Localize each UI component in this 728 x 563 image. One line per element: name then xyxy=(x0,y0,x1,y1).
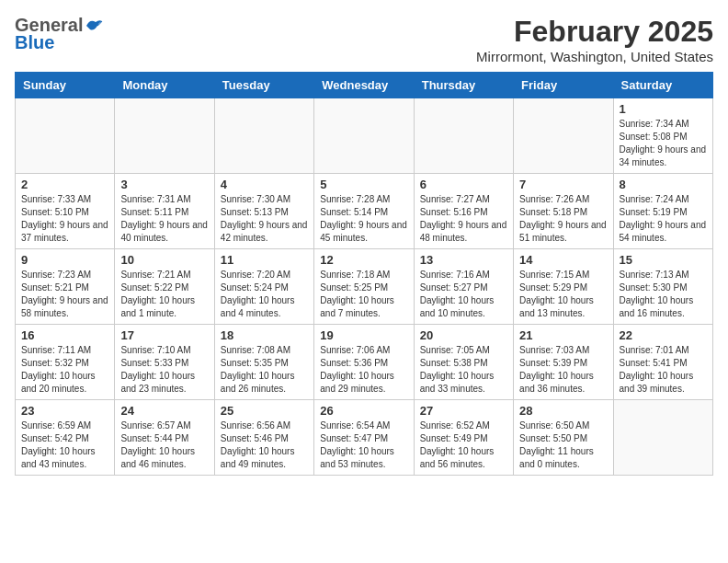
day-info: Sunrise: 7:06 AM Sunset: 5:36 PM Dayligh… xyxy=(320,344,407,396)
table-row: 11Sunrise: 7:20 AM Sunset: 5:24 PM Dayli… xyxy=(214,249,313,325)
table-row: 25Sunrise: 6:56 AM Sunset: 5:46 PM Dayli… xyxy=(214,400,313,476)
table-row: 19Sunrise: 7:06 AM Sunset: 5:36 PM Dayli… xyxy=(314,325,414,400)
table-row: 9Sunrise: 7:23 AM Sunset: 5:21 PM Daylig… xyxy=(16,249,115,325)
day-info: Sunrise: 7:31 AM Sunset: 5:11 PM Dayligh… xyxy=(120,193,208,245)
day-info: Sunrise: 6:52 AM Sunset: 5:49 PM Dayligh… xyxy=(420,419,507,471)
calendar-week-row: 2Sunrise: 7:33 AM Sunset: 5:10 PM Daylig… xyxy=(16,174,713,249)
table-row: 16Sunrise: 7:11 AM Sunset: 5:32 PM Dayli… xyxy=(16,325,115,400)
col-sunday: Sunday xyxy=(16,73,115,98)
calendar-month-year: February 2025 xyxy=(476,15,713,49)
table-row: 13Sunrise: 7:16 AM Sunset: 5:27 PM Dayli… xyxy=(414,249,513,325)
day-info: Sunrise: 7:20 AM Sunset: 5:24 PM Dayligh… xyxy=(221,269,308,320)
calendar-header-row: Sunday Monday Tuesday Wednesday Thursday… xyxy=(16,73,713,98)
table-row xyxy=(16,98,115,174)
table-row: 18Sunrise: 7:08 AM Sunset: 5:35 PM Dayli… xyxy=(214,325,313,400)
table-row: 2Sunrise: 7:33 AM Sunset: 5:10 PM Daylig… xyxy=(16,174,115,249)
day-number: 4 xyxy=(221,178,308,191)
table-row: 21Sunrise: 7:03 AM Sunset: 5:39 PM Dayli… xyxy=(514,325,613,400)
day-info: Sunrise: 7:33 AM Sunset: 5:10 PM Dayligh… xyxy=(21,193,108,245)
table-row: 23Sunrise: 6:59 AM Sunset: 5:42 PM Dayli… xyxy=(16,400,115,476)
day-number: 10 xyxy=(120,253,208,267)
col-thursday: Thursday xyxy=(414,73,513,98)
table-row xyxy=(214,98,313,174)
calendar-week-row: 23Sunrise: 6:59 AM Sunset: 5:42 PM Dayli… xyxy=(16,400,713,476)
table-row: 8Sunrise: 7:24 AM Sunset: 5:19 PM Daylig… xyxy=(613,174,712,249)
table-row: 26Sunrise: 6:54 AM Sunset: 5:47 PM Dayli… xyxy=(314,400,414,476)
day-info: Sunrise: 7:16 AM Sunset: 5:27 PM Dayligh… xyxy=(420,269,507,320)
day-info: Sunrise: 7:23 AM Sunset: 5:21 PM Dayligh… xyxy=(21,269,108,320)
day-number: 24 xyxy=(120,404,208,418)
calendar-week-row: 1Sunrise: 7:34 AM Sunset: 5:08 PM Daylig… xyxy=(16,98,713,174)
day-number: 14 xyxy=(519,253,607,267)
day-number: 7 xyxy=(519,178,607,191)
table-row: 7Sunrise: 7:26 AM Sunset: 5:18 PM Daylig… xyxy=(514,174,613,249)
day-number: 11 xyxy=(221,253,308,267)
table-row: 10Sunrise: 7:21 AM Sunset: 5:22 PM Dayli… xyxy=(115,249,214,325)
day-info: Sunrise: 6:54 AM Sunset: 5:47 PM Dayligh… xyxy=(320,419,407,471)
table-row: 3Sunrise: 7:31 AM Sunset: 5:11 PM Daylig… xyxy=(115,174,214,249)
day-number: 26 xyxy=(320,404,407,418)
calendar-week-row: 16Sunrise: 7:11 AM Sunset: 5:32 PM Dayli… xyxy=(16,325,713,400)
day-info: Sunrise: 6:59 AM Sunset: 5:42 PM Dayligh… xyxy=(21,419,108,471)
day-number: 6 xyxy=(420,178,507,191)
calendar-location: Mirrormont, Washington, United States xyxy=(476,49,713,64)
day-info: Sunrise: 7:34 AM Sunset: 5:08 PM Dayligh… xyxy=(620,118,707,169)
table-row xyxy=(514,98,613,174)
col-friday: Friday xyxy=(514,73,613,98)
day-info: Sunrise: 7:05 AM Sunset: 5:38 PM Dayligh… xyxy=(420,344,507,396)
table-row: 24Sunrise: 6:57 AM Sunset: 5:44 PM Dayli… xyxy=(115,400,214,476)
day-number: 21 xyxy=(519,328,607,342)
col-saturday: Saturday xyxy=(613,73,712,98)
day-number: 1 xyxy=(620,102,707,116)
day-number: 16 xyxy=(21,328,108,342)
day-info: Sunrise: 7:18 AM Sunset: 5:25 PM Dayligh… xyxy=(320,269,407,320)
day-info: Sunrise: 7:26 AM Sunset: 5:18 PM Dayligh… xyxy=(519,193,607,245)
table-row: 28Sunrise: 6:50 AM Sunset: 5:50 PM Dayli… xyxy=(514,400,613,476)
day-number: 5 xyxy=(320,178,407,191)
day-number: 15 xyxy=(620,253,707,267)
table-row: 15Sunrise: 7:13 AM Sunset: 5:30 PM Dayli… xyxy=(613,249,712,325)
col-wednesday: Wednesday xyxy=(314,73,414,98)
day-number: 18 xyxy=(221,328,308,342)
day-info: Sunrise: 7:28 AM Sunset: 5:14 PM Dayligh… xyxy=(320,193,407,245)
table-row: 27Sunrise: 6:52 AM Sunset: 5:49 PM Dayli… xyxy=(414,400,513,476)
day-number: 17 xyxy=(120,328,208,342)
day-info: Sunrise: 7:27 AM Sunset: 5:16 PM Dayligh… xyxy=(420,193,507,245)
page-header: General Blue February 2025 Mirrormont, W… xyxy=(15,15,713,64)
day-number: 22 xyxy=(620,328,707,342)
day-info: Sunrise: 6:57 AM Sunset: 5:44 PM Dayligh… xyxy=(120,419,208,471)
table-row: 6Sunrise: 7:27 AM Sunset: 5:16 PM Daylig… xyxy=(414,174,513,249)
table-row: 20Sunrise: 7:05 AM Sunset: 5:38 PM Dayli… xyxy=(414,325,513,400)
day-number: 19 xyxy=(320,328,407,342)
table-row: 17Sunrise: 7:10 AM Sunset: 5:33 PM Dayli… xyxy=(115,325,214,400)
day-number: 13 xyxy=(420,253,507,267)
calendar-title-block: February 2025 Mirrormont, Washington, Un… xyxy=(476,15,713,64)
table-row: 4Sunrise: 7:30 AM Sunset: 5:13 PM Daylig… xyxy=(214,174,313,249)
day-info: Sunrise: 7:13 AM Sunset: 5:30 PM Dayligh… xyxy=(620,269,707,320)
day-number: 12 xyxy=(320,253,407,267)
day-info: Sunrise: 7:08 AM Sunset: 5:35 PM Dayligh… xyxy=(221,344,308,396)
day-number: 9 xyxy=(21,253,108,267)
table-row xyxy=(414,98,513,174)
day-number: 25 xyxy=(221,404,308,418)
day-info: Sunrise: 6:56 AM Sunset: 5:46 PM Dayligh… xyxy=(221,419,308,471)
table-row: 22Sunrise: 7:01 AM Sunset: 5:41 PM Dayli… xyxy=(613,325,712,400)
day-info: Sunrise: 7:15 AM Sunset: 5:29 PM Dayligh… xyxy=(519,269,607,320)
day-info: Sunrise: 7:03 AM Sunset: 5:39 PM Dayligh… xyxy=(519,344,607,396)
day-number: 2 xyxy=(21,178,108,191)
day-number: 20 xyxy=(420,328,507,342)
day-number: 23 xyxy=(21,404,108,418)
table-row: 12Sunrise: 7:18 AM Sunset: 5:25 PM Dayli… xyxy=(314,249,414,325)
day-info: Sunrise: 7:11 AM Sunset: 5:32 PM Dayligh… xyxy=(21,344,108,396)
logo-bird-icon xyxy=(85,18,103,33)
day-number: 3 xyxy=(120,178,208,191)
col-monday: Monday xyxy=(115,73,214,98)
table-row xyxy=(115,98,214,174)
table-row: 14Sunrise: 7:15 AM Sunset: 5:29 PM Dayli… xyxy=(514,249,613,325)
day-info: Sunrise: 7:01 AM Sunset: 5:41 PM Dayligh… xyxy=(620,344,707,396)
day-number: 28 xyxy=(519,404,607,418)
day-info: Sunrise: 7:10 AM Sunset: 5:33 PM Dayligh… xyxy=(120,344,208,396)
table-row: 1Sunrise: 7:34 AM Sunset: 5:08 PM Daylig… xyxy=(613,98,712,174)
day-info: Sunrise: 7:21 AM Sunset: 5:22 PM Dayligh… xyxy=(120,269,208,320)
calendar-table: Sunday Monday Tuesday Wednesday Thursday… xyxy=(15,72,713,476)
